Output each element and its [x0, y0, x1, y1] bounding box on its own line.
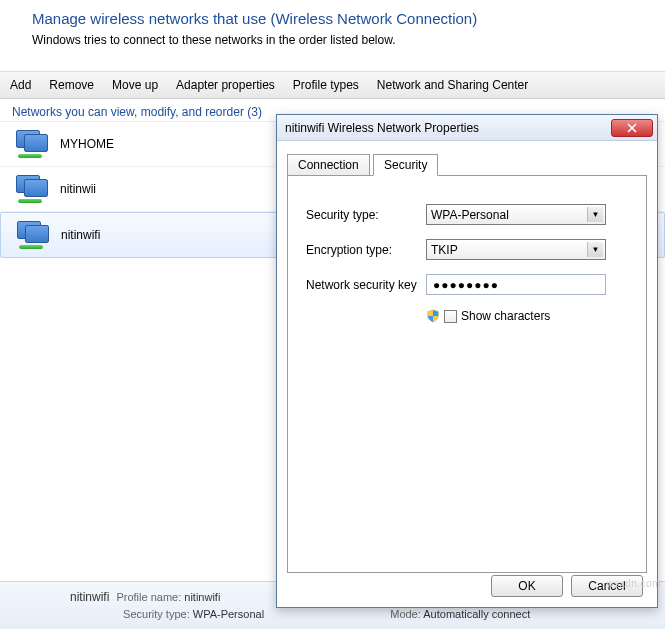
security-type-label: Security type: [306, 208, 426, 222]
show-characters-label: Show characters [461, 309, 550, 323]
tab-strip: Connection Security [287, 153, 647, 175]
network-icon [11, 219, 51, 251]
security-type-label: Security type: [123, 608, 190, 620]
dialog-title: nitinwifi Wireless Network Properties [285, 121, 611, 135]
network-key-label: Network security key [306, 278, 426, 292]
network-name: MYHOME [60, 137, 114, 151]
encryption-type-select[interactable]: TKIP ▼ [426, 239, 606, 260]
tab-connection[interactable]: Connection [287, 154, 370, 176]
uac-shield-icon [426, 309, 440, 323]
ok-button[interactable]: OK [491, 575, 563, 597]
network-icon [12, 588, 60, 624]
security-type-value: WPA-Personal [193, 608, 264, 620]
mode-value: Automatically connect [423, 608, 530, 620]
network-key-value: ●●●●●●●● [433, 278, 499, 292]
move-up-button[interactable]: Move up [112, 78, 158, 92]
show-characters-checkbox[interactable] [444, 310, 457, 323]
close-button[interactable] [611, 119, 653, 137]
properties-dialog: nitinwifi Wireless Network Properties Co… [276, 114, 658, 608]
security-type-select[interactable]: WPA-Personal ▼ [426, 204, 606, 225]
chevron-down-icon: ▼ [587, 207, 603, 222]
page-title: Manage wireless networks that use (Wirel… [32, 10, 653, 27]
security-tab-panel: Security type: WPA-Personal ▼ Encryption… [287, 175, 647, 573]
tab-security[interactable]: Security [373, 154, 438, 176]
adapter-properties-button[interactable]: Adapter properties [176, 78, 275, 92]
network-sharing-center-button[interactable]: Network and Sharing Center [377, 78, 528, 92]
profile-name-label: Profile name: [116, 591, 181, 603]
remove-button[interactable]: Remove [49, 78, 94, 92]
page-subtitle: Windows tries to connect to these networ… [32, 33, 653, 47]
network-icon [10, 128, 50, 160]
add-button[interactable]: Add [10, 78, 31, 92]
profile-name-value: nitinwifi [184, 591, 220, 603]
network-icon [10, 173, 50, 205]
network-name: nitinwifi [61, 228, 100, 242]
security-type-value: WPA-Personal [431, 208, 509, 222]
encryption-type-value: TKIP [431, 243, 458, 257]
mode-label: Mode: [390, 608, 421, 620]
profile-types-button[interactable]: Profile types [293, 78, 359, 92]
page-header: Manage wireless networks that use (Wirel… [0, 0, 665, 53]
details-network-name: nitinwifi [70, 590, 109, 604]
command-bar: Add Remove Move up Adapter properties Pr… [0, 71, 665, 99]
network-key-field[interactable]: ●●●●●●●● [426, 274, 606, 295]
dialog-titlebar[interactable]: nitinwifi Wireless Network Properties [277, 115, 657, 141]
watermark: wsxdn.com [606, 578, 661, 589]
encryption-type-label: Encryption type: [306, 243, 426, 257]
close-icon [627, 123, 637, 133]
chevron-down-icon: ▼ [587, 242, 603, 257]
network-name: nitinwii [60, 182, 96, 196]
